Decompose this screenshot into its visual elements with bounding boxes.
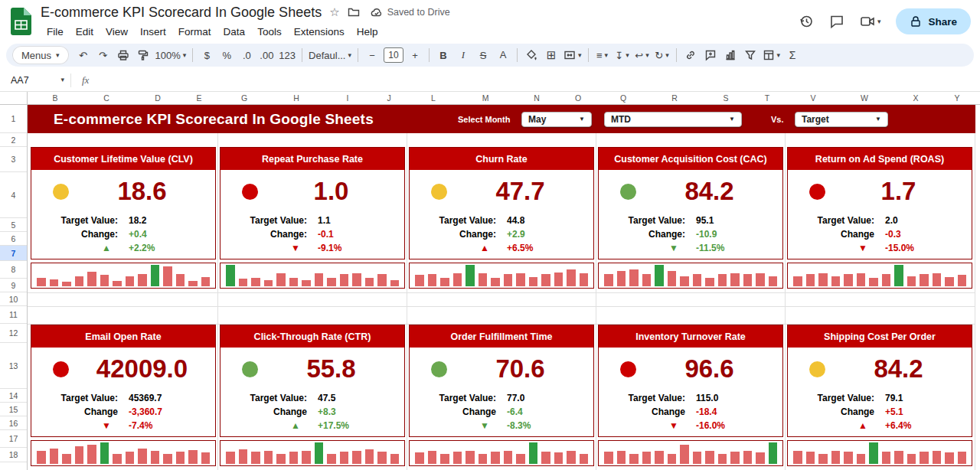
- column-header-L[interactable]: L: [431, 92, 436, 105]
- column-header-G[interactable]: G: [241, 92, 247, 105]
- functions-button[interactable]: Σ: [782, 46, 802, 64]
- row-header-11[interactable]: 11: [0, 306, 27, 324]
- text-color-button[interactable]: A: [493, 46, 513, 64]
- increase-font-size-button[interactable]: +: [405, 46, 425, 64]
- version-history-icon[interactable]: [799, 14, 814, 29]
- number-format-button[interactable]: 123: [276, 46, 298, 64]
- strikethrough-button[interactable]: S: [473, 46, 493, 64]
- text-wrap-button[interactable]: ↩▾: [632, 46, 652, 64]
- bold-button[interactable]: B: [433, 46, 453, 64]
- column-header-T[interactable]: T: [765, 92, 769, 105]
- menu-tools[interactable]: Tools: [251, 24, 288, 39]
- period-dropdown[interactable]: MTD ▼: [604, 112, 742, 127]
- fill-color-button[interactable]: [521, 46, 541, 64]
- increase-decimal-button[interactable]: .00: [256, 46, 276, 64]
- row-header-6[interactable]: 6: [0, 232, 27, 246]
- sparkline-bar: [87, 445, 96, 464]
- month-dropdown[interactable]: May ▼: [521, 112, 592, 127]
- table-views-button[interactable]: ▾: [760, 46, 783, 64]
- row-header-7[interactable]: 7: [0, 246, 27, 261]
- row-header-12[interactable]: 12: [0, 324, 27, 343]
- menu-insert[interactable]: Insert: [134, 24, 172, 39]
- compare-dropdown[interactable]: Target ▼: [795, 112, 888, 127]
- decrease-font-size-button[interactable]: −: [362, 46, 382, 64]
- move-folder-icon[interactable]: [348, 6, 360, 18]
- undo-button[interactable]: ↶: [74, 46, 93, 64]
- row-header-3[interactable]: 3: [0, 147, 27, 172]
- italic-button[interactable]: I: [453, 46, 473, 64]
- vertical-align-button[interactable]: ↧▾: [612, 46, 632, 64]
- menu-file[interactable]: File: [41, 24, 70, 39]
- meet-button[interactable]: ▾: [860, 14, 881, 29]
- menu-edit[interactable]: Edit: [70, 24, 100, 39]
- kpi-value: 70.6: [447, 354, 593, 384]
- menu-view[interactable]: View: [100, 24, 134, 39]
- merge-cells-button[interactable]: ▾: [561, 46, 584, 64]
- column-header-D[interactable]: D: [155, 92, 161, 105]
- row-header-10[interactable]: 10: [0, 292, 27, 306]
- column-header-O[interactable]: O: [575, 92, 581, 105]
- column-headers[interactable]: BCDEGHIJLMNOQRSTVWXY: [28, 92, 980, 105]
- decrease-decimal-button[interactable]: .0: [237, 46, 256, 64]
- chevron-down-icon: ▾: [348, 52, 351, 59]
- sparkline-bar: [176, 452, 185, 464]
- font-select[interactable]: Defaul...▾: [306, 46, 354, 64]
- insert-chart-button[interactable]: [720, 46, 740, 64]
- insert-comment-button[interactable]: [701, 46, 720, 64]
- zoom-select[interactable]: 100%▾: [153, 46, 189, 64]
- column-header-J[interactable]: J: [387, 92, 390, 105]
- menu-data[interactable]: Data: [217, 24, 252, 39]
- text-rotation-button[interactable]: ↻▾: [652, 46, 672, 64]
- row-header-8[interactable]: 8: [0, 261, 27, 279]
- insert-link-button[interactable]: [681, 46, 701, 64]
- borders-button[interactable]: ⊞: [541, 46, 561, 64]
- column-header-S[interactable]: S: [723, 92, 728, 105]
- redo-button[interactable]: ↷: [93, 46, 113, 64]
- row-header-13[interactable]: 13: [0, 343, 27, 389]
- column-header-I[interactable]: I: [347, 92, 349, 105]
- paint-format-button[interactable]: [133, 46, 153, 64]
- column-header-C[interactable]: C: [103, 92, 109, 105]
- menu-extensions[interactable]: Extensions: [288, 24, 351, 39]
- cell-reference-box[interactable]: AA7 ▾: [0, 75, 70, 86]
- google-sheets-logo[interactable]: [11, 8, 31, 35]
- column-header-V[interactable]: V: [810, 92, 815, 105]
- menu-format[interactable]: Format: [172, 24, 217, 39]
- row-headers[interactable]: 123456789101112131415161718: [0, 92, 28, 470]
- row-header-14[interactable]: 14: [0, 389, 27, 403]
- column-header-R[interactable]: R: [671, 92, 678, 105]
- row-header-15[interactable]: 15: [0, 403, 27, 416]
- comment-history-icon[interactable]: [829, 14, 844, 29]
- sparkline-bar: [138, 274, 147, 286]
- font-size-input[interactable]: 10: [384, 47, 403, 63]
- row-header-2[interactable]: 2: [0, 133, 27, 147]
- print-button[interactable]: [113, 46, 133, 64]
- format-currency-button[interactable]: $: [197, 46, 217, 64]
- row-header-4[interactable]: 4: [0, 172, 27, 218]
- row-header-1[interactable]: 1: [0, 105, 27, 133]
- column-header-Q[interactable]: Q: [620, 92, 626, 105]
- column-header-W[interactable]: W: [861, 92, 868, 105]
- column-header-X[interactable]: X: [913, 92, 918, 105]
- format-percent-button[interactable]: %: [217, 46, 237, 64]
- document-title[interactable]: E-commerce KPI Scorecard In Google Sheet…: [41, 5, 322, 21]
- kpi-value-row: 70.6: [410, 348, 593, 390]
- row-header-9[interactable]: 9: [0, 279, 27, 292]
- column-header-N[interactable]: N: [534, 92, 540, 105]
- share-button[interactable]: Share: [896, 8, 971, 34]
- column-header-E[interactable]: E: [196, 92, 201, 105]
- star-icon[interactable]: ☆: [329, 5, 339, 19]
- horizontal-align-button[interactable]: ≡▾: [593, 46, 612, 64]
- column-header-Y[interactable]: Y: [954, 92, 959, 105]
- row-header-5[interactable]: 5: [0, 218, 27, 232]
- menus-button[interactable]: Menus ▾: [12, 46, 69, 64]
- column-header-H[interactable]: H: [293, 92, 299, 105]
- row-header-17[interactable]: 17: [0, 430, 27, 448]
- column-header-B[interactable]: B: [52, 92, 57, 105]
- row-header-18[interactable]: 18: [0, 448, 27, 462]
- column-header-M[interactable]: M: [482, 92, 489, 105]
- create-filter-button[interactable]: [740, 46, 760, 64]
- select-all-corner[interactable]: [0, 92, 28, 105]
- menu-help[interactable]: Help: [351, 24, 384, 39]
- row-header-16[interactable]: 16: [0, 416, 27, 430]
